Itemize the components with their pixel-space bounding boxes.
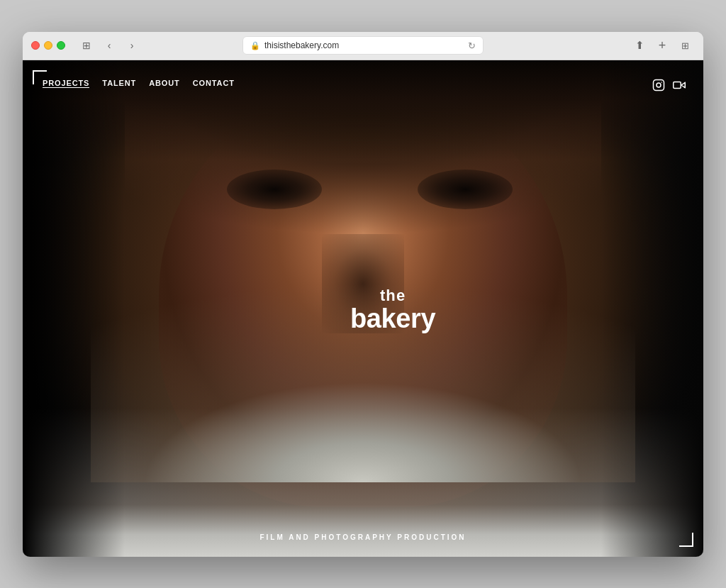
- logo-line2: bakery: [350, 304, 435, 334]
- new-tab-button[interactable]: +: [652, 35, 672, 55]
- minimize-button[interactable]: [44, 41, 52, 50]
- sidebar-toggle-button[interactable]: ⊞: [77, 35, 96, 55]
- close-button[interactable]: [31, 41, 40, 50]
- website-content: PROJECTS TALENT ABOUT CONTACT: [23, 60, 703, 557]
- forward-button[interactable]: ›: [122, 35, 142, 55]
- logo-line1: the: [350, 287, 435, 304]
- corner-bracket-br: [679, 533, 693, 547]
- corner-bracket-tl: [33, 70, 47, 84]
- svg-rect-3: [674, 82, 681, 88]
- video-camera-icon[interactable]: [672, 79, 686, 94]
- svg-rect-0: [654, 79, 664, 90]
- back-button[interactable]: ‹: [99, 35, 119, 55]
- fullscreen-button[interactable]: [57, 41, 65, 50]
- nav-item-talent[interactable]: TALENT: [102, 79, 136, 88]
- lock-icon: 🔒: [250, 41, 260, 50]
- nav-links: PROJECTS TALENT ABOUT CONTACT: [43, 79, 235, 88]
- browser-window: ⊞ ‹ › 🔒 thisisthebakery.com ↻ ⬆ + ⊞: [23, 32, 703, 557]
- browser-controls: ⊞ ‹ ›: [77, 35, 142, 55]
- main-navigation: PROJECTS TALENT ABOUT CONTACT: [23, 60, 703, 106]
- logo-text: the bakery: [350, 287, 435, 334]
- reload-icon[interactable]: ↻: [468, 40, 476, 51]
- nav-item-about[interactable]: ABOUT: [149, 79, 180, 88]
- nav-item-contact[interactable]: CONTACT: [193, 79, 235, 88]
- address-bar-container: 🔒 thisisthebakery.com ↻: [242, 36, 484, 55]
- svg-point-1: [657, 83, 661, 87]
- instagram-icon[interactable]: [652, 79, 665, 94]
- nav-social-icons: [652, 79, 686, 94]
- traffic-lights: [31, 41, 65, 50]
- address-bar[interactable]: 🔒 thisisthebakery.com ↻: [242, 36, 484, 55]
- nav-item-projects[interactable]: PROJECTS: [43, 79, 89, 88]
- site-logo: the bakery: [350, 287, 435, 334]
- share-button[interactable]: ⬆: [630, 35, 649, 55]
- extensions-button[interactable]: ⊞: [675, 35, 695, 55]
- site-subtitle: FILM AND PHOTOGRAPHY PRODUCTION: [259, 533, 466, 541]
- url-text: thisisthebakery.com: [264, 40, 339, 50]
- browser-titlebar: ⊞ ‹ › 🔒 thisisthebakery.com ↻ ⬆ + ⊞: [23, 32, 703, 60]
- eye-right: [418, 170, 513, 209]
- browser-actions: ⬆ + ⊞: [630, 35, 695, 55]
- eye-left: [227, 170, 322, 209]
- svg-point-2: [661, 82, 662, 83]
